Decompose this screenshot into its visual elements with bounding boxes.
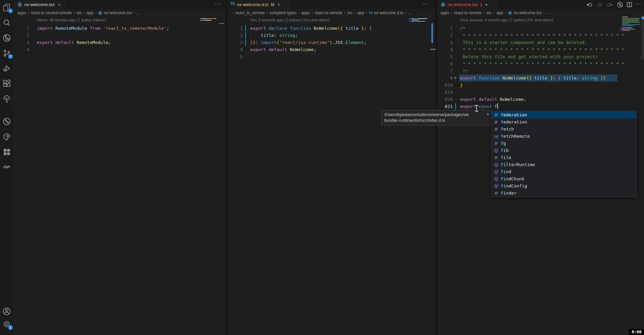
mouse-ibeam-cursor <box>474 104 479 114</box>
git-modified-marker <box>455 103 456 110</box>
wave-extension-icon[interactable] <box>3 163 11 171</box>
code-line[interactable]: 2 title: string; <box>227 32 436 39</box>
suggest-item-fg[interactable]: fg <box>492 140 636 147</box>
code-line[interactable]: 1import RemoteModule from 'react_ts_remo… <box>14 25 226 32</box>
code-line[interactable]: 3}): import("react/jsx-runtime").JSX.Ele… <box>227 39 436 46</box>
suggest-label: find <box>501 169 511 174</box>
timeline-circle-icon[interactable] <box>3 117 11 126</box>
line-number: 821 <box>437 103 453 110</box>
code-line[interactable]: 4 * * * * * * * * * * * * * * * * * * * … <box>437 46 644 53</box>
line-number: 2 <box>437 32 453 39</box>
search-icon[interactable] <box>3 19 11 27</box>
extensions-icon[interactable] <box>3 80 11 88</box>
line-number: 1 <box>14 25 29 32</box>
grid-extension-icon[interactable] <box>3 148 11 156</box>
code-text: export function NxWelcome({ title }: { t… <box>459 74 617 82</box>
code-line[interactable]: 820export default NxWelcome; <box>437 96 644 103</box>
recording-timer: 0:00 <box>629 329 644 335</box>
code-text: export default RemoteModule; <box>37 39 111 46</box>
suggest-label: federation <box>501 119 527 125</box>
code-line[interactable]: 2 <box>14 32 226 39</box>
line-number: 4 <box>227 46 243 53</box>
tooltip-path-line2: bundler-runtime/dist/src/index.d.ts <box>384 118 488 124</box>
source-control-icon[interactable]: 7 <box>3 49 11 57</box>
fold-chevron-icon[interactable]: > <box>454 74 456 82</box>
hexagon-extension-icon[interactable] <box>3 133 11 141</box>
suggest-label: fetchRemote <box>501 134 530 139</box>
code-line[interactable]: 821export const f <box>437 103 644 110</box>
suggest-label: finder <box>501 191 517 196</box>
symbol-text-icon <box>494 119 499 125</box>
code-line[interactable]: 1export declare function NxWelcome({ tit… <box>227 25 436 32</box>
git-graph-icon[interactable] <box>3 34 11 42</box>
suggest-item-finder[interactable]: finder <box>492 189 636 197</box>
run-debug-icon[interactable] <box>3 64 11 72</box>
line-number: 1 <box>227 25 243 32</box>
code-line[interactable]: 8>export function NxWelcome({ title }: {… <box>437 74 644 82</box>
suggest-item-fetchRemote[interactable]: [@]fetchRemote <box>492 133 636 140</box>
activity-bar: 1 7 <box>0 0 14 335</box>
line-number: 3 <box>227 39 243 46</box>
code-editor[interactable]: 1export declare function NxWelcome({ tit… <box>227 0 436 335</box>
code-text: * * * * * * * * * * * * * * * * * * * * … <box>460 60 624 67</box>
line-number: 8 <box>437 74 453 82</box>
code-line[interactable]: 6 * * * * * * * * * * * * * * * * * * * … <box>437 60 644 67</box>
code-line[interactable]: 4 <box>14 46 226 53</box>
suggest-item-federation[interactable]: federation <box>492 111 636 118</box>
line-number: 1 <box>437 25 453 32</box>
suggest-item-fetch[interactable]: fetch <box>492 126 636 133</box>
suggest-item-filterRuntime[interactable]: filterRuntime <box>492 161 636 168</box>
explorer-badge: 1 <box>8 8 13 13</box>
code-text: export declare function NxWelcome({ titl… <box>250 25 372 32</box>
overview-deleted-marker <box>219 23 224 24</box>
code-text: /* <box>460 25 466 32</box>
code-line[interactable]: 2 * * * * * * * * * * * * * * * * * * * … <box>437 32 644 39</box>
symbol-text-icon <box>494 191 499 196</box>
project-tree-icon[interactable] <box>3 95 11 103</box>
code-text: title: string; <box>250 32 298 39</box>
suggest-label: federation <box>501 112 527 117</box>
symbol-text-icon <box>494 127 499 132</box>
suggest-item-find[interactable]: find <box>492 168 636 175</box>
symbol-method-icon <box>494 162 499 168</box>
current-line-border <box>247 53 407 60</box>
code-line[interactable]: 3 This is a starter component and can be… <box>437 39 644 46</box>
line-number: 819 <box>437 89 453 96</box>
line-number: 6 <box>437 60 453 67</box>
close-icon[interactable]: × <box>486 111 489 117</box>
account-icon[interactable] <box>3 307 11 315</box>
git-modified-marker <box>245 32 246 39</box>
symbol-text-icon <box>494 141 499 146</box>
line-number: 7 <box>437 67 453 74</box>
line-number: 2 <box>14 32 29 39</box>
suggest-item-fib[interactable]: fib <box>492 147 636 154</box>
code-line[interactable]: 3export default RemoteModule; <box>14 39 226 46</box>
explorer-icon[interactable]: 1 <box>3 3 11 12</box>
symbol-method-icon <box>494 183 499 189</box>
line-number: 5 <box>227 53 243 60</box>
code-text: * * * * * * * * * * * * * * * * * * * * … <box>460 32 624 39</box>
suggest-item-file[interactable]: file <box>492 154 636 161</box>
suggest-label: findChunk <box>501 176 524 181</box>
code-text: Delete this file and get started with yo… <box>460 53 598 60</box>
code-line[interactable]: 5 <box>227 53 436 60</box>
suggest-item-federation[interactable]: federation <box>492 118 636 126</box>
git-modified-marker <box>245 39 246 46</box>
code-line[interactable]: 819 <box>437 89 644 96</box>
suggest-item-findChunk[interactable]: findChunk <box>492 175 636 182</box>
code-line[interactable]: 5 Delete this file and get started with … <box>437 53 644 60</box>
settings-gear-icon[interactable]: 1 <box>3 320 11 328</box>
symbol-method-icon <box>494 176 499 182</box>
editor-pane-middle: TS nx-welcome.d.ts M × ··· ›react_ts_rem… <box>227 0 436 335</box>
code-text: export default NxWelcome; <box>460 96 526 103</box>
suggest-item-findConfig[interactable]: findConfig <box>492 182 636 189</box>
code-line[interactable]: 818} <box>437 82 644 89</box>
code-line[interactable]: 1/* <box>437 25 644 32</box>
code-line[interactable]: 4export default NxWelcome; <box>227 46 436 53</box>
code-line[interactable]: 7 */ <box>437 67 644 74</box>
code-text: } <box>460 82 463 89</box>
symbol-text-icon <box>494 155 499 160</box>
symbol-method-icon <box>494 148 499 153</box>
suggest-label: fib <box>501 148 508 153</box>
code-editor[interactable]: 1import RemoteModule from 'react_ts_remo… <box>14 0 226 335</box>
